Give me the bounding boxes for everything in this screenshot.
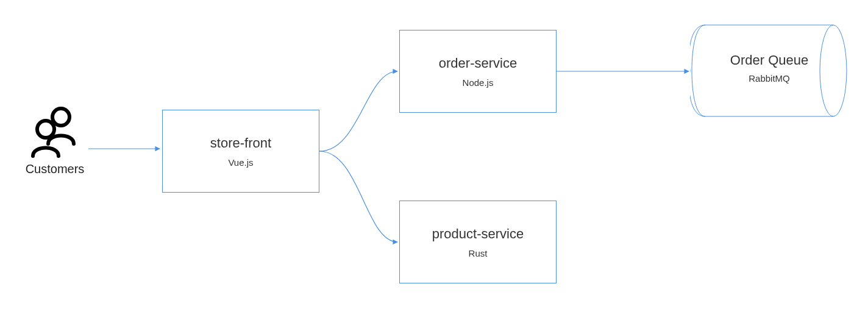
edge-storefront-orderservice (319, 71, 397, 151)
svg-point-0 (52, 108, 69, 126)
store-front-subtitle: Vue.js (228, 157, 253, 168)
store-front-node: store-front Vue.js (162, 110, 319, 193)
product-service-subtitle: Rust (469, 248, 488, 258)
order-service-title: order-service (439, 55, 517, 71)
order-service-subtitle: Node.js (463, 77, 494, 88)
users-icon (27, 104, 82, 158)
svg-point-1 (37, 121, 54, 138)
customers-actor: Customers (18, 104, 91, 176)
order-queue-node: Order Queue RabbitMQ (690, 22, 848, 119)
customers-label: Customers (26, 162, 85, 176)
product-service-title: product-service (432, 226, 524, 242)
order-service-node: order-service Node.js (399, 30, 557, 113)
edge-storefront-productservice (319, 151, 397, 242)
store-front-title: store-front (210, 135, 271, 151)
order-queue-subtitle: RabbitMQ (690, 73, 848, 84)
order-queue-title: Order Queue (690, 52, 848, 68)
product-service-node: product-service Rust (399, 201, 557, 283)
